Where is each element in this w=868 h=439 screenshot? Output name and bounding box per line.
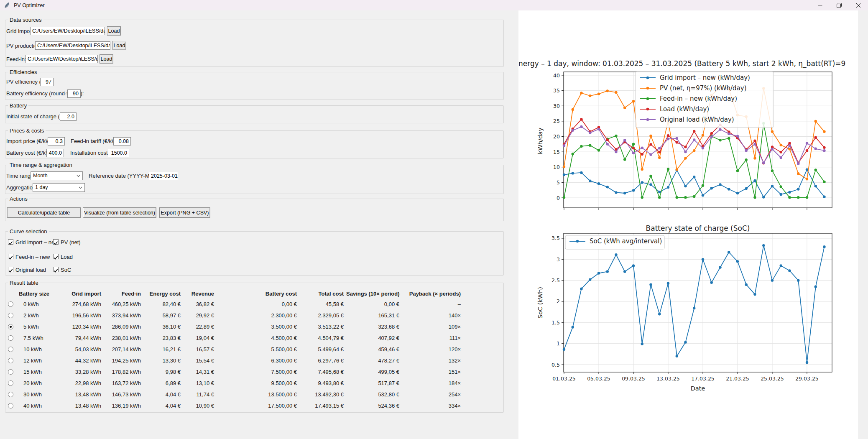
feed-in-load-button[interactable]: Load [100,54,113,64]
row-radio-2-kwh[interactable] [8,313,13,318]
time-range-value: Month [33,173,48,179]
checkbox-soc[interactable] [53,267,59,272]
cell-total-cost: 6.297,76 € [299,357,346,364]
table-row-40-kwh[interactable]: 40 kWh13,48 kWh136,19 kWh4,04 €10,90 €17… [5,400,463,411]
cell-payback-periods: 151× [402,369,463,375]
group-title: Actions [8,196,29,202]
checkbox-pv-net[interactable] [53,239,59,245]
column-header-revenue[interactable]: Revenue [183,291,217,297]
group-title: Battery [8,102,28,109]
grid-import-load-button[interactable]: Load [107,26,121,36]
table-row-7-5-kwh[interactable]: 7.5 kWh79,44 kWh238,01 kWh23,83 €19,04 €… [5,332,463,344]
checkbox-grid-import-new[interactable] [8,239,13,245]
row-radio-30-kwh[interactable] [8,392,13,397]
cell-energy-cost: 23,83 € [143,335,183,341]
cell-total-cost: 13.492,30 € [299,391,346,398]
row-radio-0-kwh[interactable] [8,301,13,307]
svg-text:Grid import – new (kWh/day): Grid import – new (kWh/day) [660,74,750,82]
cell-battery-size: 10 kWh [15,346,64,352]
cell-savings-10-period: 323,68 € [346,324,402,330]
cell-battery-size: 7.5 kWh [15,335,64,341]
row-radio-40-kwh[interactable] [8,403,13,408]
grid-import-path-field[interactable]: C:/Users/EW/Desktop/iLESS/daten/bezug [30,27,105,35]
group-time-range: Time range & aggregation Time range: Mon… [5,165,504,194]
table-row-5-kwh[interactable]: 5 kWh120,34 kWh286,09 kWh36,10 €22,89 €3… [5,321,463,332]
table-row-12-kwh[interactable]: 12 kWh44,32 kWh194,25 kWh13,30 €15,54 €6… [5,355,463,366]
table-row-10-kwh[interactable]: 10 kWh54,03 kWh207,14 kWh16,21 €16,57 €5… [5,344,463,355]
cell-energy-cost: 9,98 € [143,369,183,375]
reference-date-field[interactable]: 2025-03-01 [149,172,178,180]
column-header-grid-import[interactable]: Grid import [64,291,104,297]
checkbox-load[interactable] [53,254,59,259]
pv-production-load-button[interactable]: Load [112,41,126,50]
column-header-feed-in[interactable]: Feed-in [104,291,143,297]
svg-text:kWh/day: kWh/day [537,128,544,154]
initial-soc-field[interactable]: 2.0 [60,112,77,121]
group-title: Prices & costs [8,128,46,134]
installation-cost-field[interactable]: 1500.0 [108,149,129,157]
cell-feed-in: 146,73 kWh [104,391,143,398]
svg-text:PV (net, η=97%) (kWh/day): PV (net, η=97%) (kWh/day) [660,84,747,92]
calculate-button[interactable]: Calculate/update table [7,207,81,218]
row-radio-7-5-kwh[interactable] [8,335,13,341]
cell-battery-cost: 7.500,00 € [217,369,299,375]
pv-production-path-field[interactable]: C:/Users/EW/Desktop/iLESS/daten/Froniu [35,41,110,50]
cell-savings-10-period: 407,92 € [346,335,402,341]
checkbox-label-load: Load [61,254,73,260]
cell-payback-periods: 120× [402,346,463,352]
battery-cost-field[interactable]: 400.0 [46,149,64,157]
cell-battery-size: 5 kWh [15,324,64,330]
export-button[interactable]: Export (PNG + CSV) [159,207,210,218]
cell-battery-size: 30 kWh [15,391,64,398]
table-row-15-kwh[interactable]: 15 kWh33,28 kWh178,82 kWh9,98 €14,31 €7.… [5,366,463,378]
column-header-payback-periods[interactable]: Payback (× periods) [402,291,463,297]
result-table: Battery sizeGrid importFeed-inEnergy cos… [5,288,463,411]
checkbox-original-load[interactable] [8,267,13,272]
group-efficiencies: Efficiencies PV efficiency (%): 97 Batte… [5,72,504,100]
cell-total-cost: 2.329,05 € [299,312,346,319]
row-radio-12-kwh[interactable] [8,358,13,363]
aggregation-combobox[interactable]: 1 day [33,183,85,192]
svg-text:10: 10 [553,164,560,170]
row-radio-5-kwh[interactable] [8,324,13,329]
cell-revenue: 14,31 € [183,369,217,375]
column-header-battery-size[interactable]: Battery size [15,291,64,297]
checkbox-label-soc: SoC [61,267,71,273]
row-radio-10-kwh[interactable] [8,347,13,352]
cell-grid-import: 22,98 kWh [64,380,104,386]
minimize-icon[interactable] [810,0,830,10]
close-icon[interactable] [849,0,868,10]
cell-revenue: 36,82 € [183,301,217,307]
cell-payback-periods: 184× [402,380,463,386]
column-header-total-cost[interactable]: Total cost [299,291,346,297]
feed-in-path-field[interactable]: C:/Users/EW/Desktop/iLESS/daten/einspe [26,55,98,63]
pv-efficiency-field[interactable]: 97 [40,78,54,86]
table-row-0-kwh[interactable]: 0 kWh274,68 kWh460,25 kWh82,40 €36,82 €0… [5,299,463,310]
column-header-savings-10-period[interactable]: Savings (10× period) [346,291,402,297]
group-title: Efficiencies [8,69,39,75]
restore-icon[interactable] [830,0,849,10]
cell-feed-in: 163,72 kWh [104,380,143,386]
visualize-button[interactable]: Visualize (from table selection) [83,207,156,218]
cell-energy-cost: 6,89 € [143,380,183,386]
time-range-combobox[interactable]: Month [31,171,83,180]
svg-text:29.03.25: 29.03.25 [795,375,819,382]
cell-feed-in: 238,01 kWh [104,335,143,341]
cell-energy-cost: 16,21 € [143,346,183,352]
tk-feather-icon [4,2,10,8]
feed-in-tariff-field[interactable]: 0.08 [113,137,131,145]
battery-efficiency-field[interactable]: 90 [67,89,81,98]
cell-payback-periods: 111× [402,335,463,341]
import-price-field[interactable]: 0.3 [48,137,65,145]
main-content: Data sources Grid import:C:/Users/EW/Des… [0,10,868,439]
table-row-2-kwh[interactable]: 2 kWh196,56 kWh373,94 kWh58,97 €29,92 €2… [5,310,463,321]
cell-battery-cost: 17.500,00 € [217,403,299,409]
checkbox-feed-in-new[interactable] [8,254,13,259]
table-row-30-kwh[interactable]: 30 kWh13,48 kWh146,73 kWh4,04 €11,74 €13… [5,389,463,400]
cell-total-cost: 3.513,22 € [299,324,346,330]
row-radio-15-kwh[interactable] [8,369,13,375]
table-row-20-kwh[interactable]: 20 kWh22,98 kWh163,72 kWh6,89 €13,10 €9.… [5,378,463,389]
column-header-energy-cost[interactable]: Energy cost [143,291,183,297]
row-radio-20-kwh[interactable] [8,380,13,386]
column-header-battery-cost[interactable]: Battery cost [217,291,299,297]
